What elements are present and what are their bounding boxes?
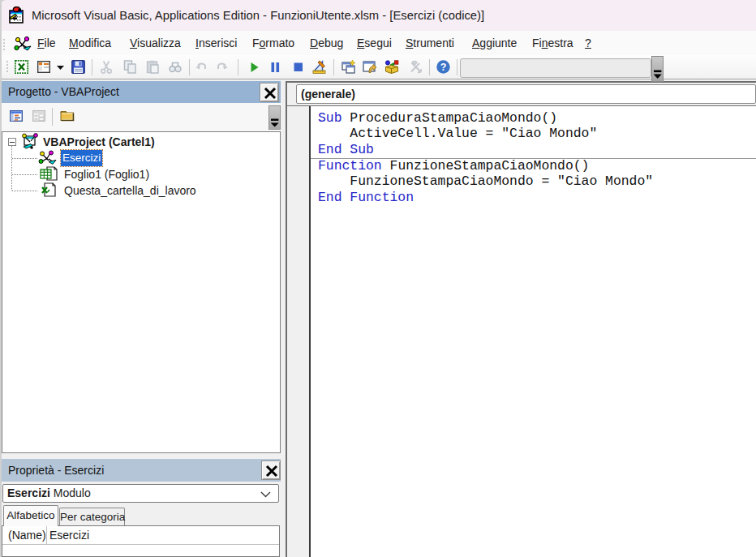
svg-text:?: ?: [440, 62, 447, 73]
